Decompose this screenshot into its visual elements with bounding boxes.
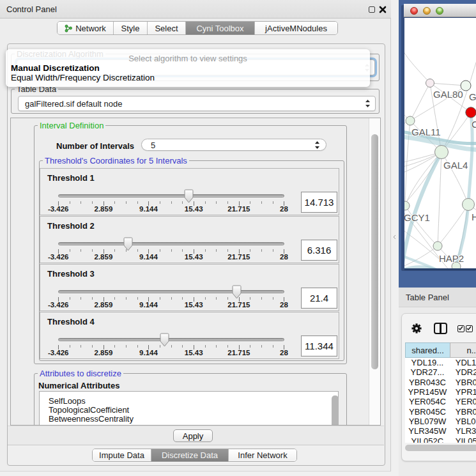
tab-style[interactable]: Style — [114, 22, 148, 35]
table-row[interactable]: YBL079WYBL079W — [405, 417, 476, 426]
threshold-1-slider-track[interactable] — [58, 194, 284, 197]
node-gal11[interactable] — [406, 116, 415, 125]
gear-icon[interactable] — [411, 323, 422, 334]
cyni-mode-tabbar: Impute Data Discretize Data Infer Networ… — [92, 449, 297, 462]
tab-select-label: Select — [155, 24, 178, 33]
threshold-2-slider-track[interactable] — [58, 242, 284, 245]
cell[interactable]: YBR043C — [450, 378, 476, 387]
cell[interactable]: YBR043C — [405, 378, 450, 387]
list-item[interactable]: TopologicalCoefficient — [40, 406, 338, 415]
node-h[interactable] — [463, 199, 475, 211]
algorithm-popup-item-manual[interactable]: Manual Discretization — [11, 63, 100, 73]
tick-label: 21.715 — [227, 349, 250, 357]
tab-network[interactable]: Network — [58, 22, 114, 35]
list-scrollbar-thumb[interactable] — [332, 395, 339, 426]
tick-label: 28 — [280, 301, 288, 309]
node-gal4[interactable] — [435, 146, 449, 159]
table-row[interactable]: YER054CYER054C — [405, 397, 476, 406]
column-header-shared-name[interactable]: shared... — [405, 342, 450, 358]
slider-major-ticks — [58, 297, 285, 302]
algorithm-popup-prompt[interactable]: Select algorithm to view settings — [6, 54, 370, 63]
node-hap2[interactable] — [433, 242, 442, 250]
close-traffic-light[interactable] — [410, 7, 418, 15]
checkbox-icon[interactable] — [466, 325, 473, 332]
tab-impute-data-label: Impute Data — [99, 450, 144, 460]
table-row[interactable]: YBR045CYBR045C — [405, 406, 476, 416]
tab-discretize-data[interactable]: Discretize Data — [151, 449, 229, 461]
table-data-group: Table Data galFiltered.sif default node — [11, 89, 380, 114]
splitter-handle-icon[interactable] — [393, 232, 396, 237]
algorithm-popup-item-equal-width[interactable]: Equal Width/Frequency Discretization — [11, 73, 155, 82]
node-attribute-table: shared... n... YDL19...YDL19... YDR27...… — [405, 342, 476, 443]
cell[interactable]: YBR045C — [450, 407, 476, 417]
table-row[interactable]: YBR043CYBR043C — [405, 378, 476, 387]
threshold-4-label: Threshold 4 — [47, 317, 95, 326]
threshold-4-slider-track[interactable] — [58, 338, 284, 341]
number-of-intervals-value: 5 — [151, 140, 155, 150]
threshold-2-value-field[interactable]: 6.316 — [301, 240, 337, 261]
threshold-3-slider-track[interactable] — [58, 290, 284, 293]
cell[interactable]: YPR145W — [405, 387, 450, 397]
close-icon[interactable] — [379, 6, 387, 13]
tab-infer-network[interactable]: Infer Network — [229, 449, 296, 461]
threshold-4-slider-thumb[interactable] — [160, 333, 169, 347]
table-row[interactable]: YPR145WYPR145W — [405, 387, 476, 397]
cell[interactable]: YLR345W — [450, 426, 476, 436]
cell[interactable]: YIL052C — [450, 436, 476, 443]
table-row[interactable]: YIL052CYIL052C — [405, 436, 476, 443]
cell[interactable]: YIL052C — [405, 436, 450, 443]
threshold-3-value-field[interactable]: 21.4 — [301, 288, 337, 309]
threshold-1-value-field[interactable]: 14.713 — [301, 192, 337, 213]
cell[interactable]: YER054C — [450, 397, 476, 406]
apply-button[interactable]: Apply — [173, 429, 213, 442]
tab-select[interactable]: Select — [148, 22, 186, 35]
table-row[interactable]: YDR27...YDR27... — [405, 367, 476, 377]
number-of-intervals-label: Number of Intervals — [56, 141, 134, 151]
minimize-traffic-light[interactable] — [423, 7, 431, 15]
table-data-combobox[interactable]: galFiltered.sif default node — [18, 96, 376, 111]
threshold-2-slider-thumb[interactable] — [123, 237, 133, 251]
vertical-scrollbar[interactable] — [369, 118, 380, 425]
horizontal-scrollbar-thumb[interactable] — [405, 445, 476, 451]
algorithm-dropdown-popup: Select algorithm to view settings Manual… — [6, 49, 370, 87]
vertical-scrollbar-thumb[interactable] — [371, 134, 378, 369]
checkbox-icon[interactable] — [457, 325, 464, 332]
cell[interactable]: YLR345W — [405, 426, 450, 436]
list-item[interactable]: BetweennessCentrality — [40, 415, 338, 424]
tab-style-label: Style — [121, 24, 140, 33]
cell[interactable]: YER054C — [405, 397, 450, 406]
split-columns-icon[interactable] — [434, 323, 447, 334]
cell[interactable]: YDR27... — [405, 367, 450, 377]
cell[interactable]: YDL19... — [405, 358, 450, 367]
control-panel-title: Control Panel — [6, 4, 57, 14]
tick-label: -3.426 — [48, 205, 69, 213]
tick-label: 28 — [280, 253, 288, 261]
table-row[interactable]: YDL19...YDL19... — [405, 358, 476, 367]
threshold-4-value-field[interactable]: 11.344 — [301, 335, 337, 357]
node-gal80[interactable] — [426, 79, 434, 88]
tick-label: 21.715 — [227, 253, 250, 261]
cell[interactable]: YDL19... — [450, 358, 476, 367]
float-window-icon[interactable] — [369, 6, 375, 13]
list-item[interactable]: SelfLoops — [40, 392, 338, 406]
zoom-traffic-light[interactable] — [436, 7, 443, 15]
threshold-1-slider-thumb[interactable] — [184, 189, 194, 203]
network-canvas[interactable]: GAL80 GA C GAL11 GAL4 GCY1 H HAP2 — [404, 18, 476, 268]
tab-cyni-toolbox[interactable]: Cyni Toolbox — [186, 22, 255, 35]
tab-jactivemnodules[interactable]: jActiveMNodules — [255, 22, 337, 35]
number-of-intervals-combobox[interactable]: 5 — [141, 139, 326, 151]
cell[interactable]: YDR27... — [450, 367, 476, 377]
node-label-gal4: GAL4 — [443, 160, 468, 171]
numerical-attributes-list[interactable]: SelfLoops TopologicalCoefficient Between… — [39, 391, 339, 426]
cell[interactable]: YPR145W — [450, 387, 476, 397]
node-gcy1[interactable] — [404, 201, 410, 210]
attributes-group: Attributes to discretize Numerical Attri… — [34, 373, 347, 426]
node-red[interactable] — [466, 107, 476, 118]
column-header-name[interactable]: n... — [450, 342, 476, 358]
tab-impute-data[interactable]: Impute Data — [93, 449, 151, 461]
cell[interactable]: YBL079W — [450, 417, 476, 426]
threshold-3-slider-thumb[interactable] — [232, 285, 242, 299]
cell[interactable]: YBL079W — [405, 417, 450, 426]
table-row[interactable]: YLR345WYLR345W — [405, 426, 476, 436]
cell[interactable]: YBR045C — [405, 407, 450, 417]
